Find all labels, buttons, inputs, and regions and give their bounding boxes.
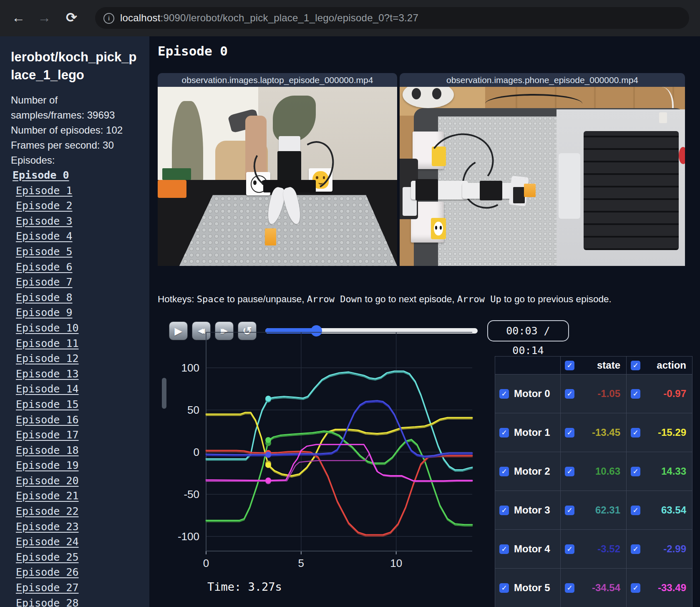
sidebar-episode-link[interactable]: Episode 25 — [13, 550, 138, 565]
state-value: 62.31 — [595, 504, 620, 516]
time-display: 00:03 / 00:14 — [487, 320, 569, 341]
chart-time-label: Time: 3.27s — [207, 580, 282, 593]
chart-shape — [206, 445, 472, 481]
page-title: Episode 0 — [158, 43, 228, 58]
motor-checkbox[interactable] — [499, 506, 509, 515]
motor-checkbox[interactable] — [499, 428, 509, 438]
sidebar-episode-link[interactable]: Episode 2 — [13, 198, 138, 214]
motor-checkbox[interactable] — [499, 544, 509, 554]
stat-fps: Frames per second: 30 — [11, 138, 133, 153]
sidebar-episode-link[interactable]: Episode 1 — [13, 183, 138, 199]
motor-table: state action Motor 0-1.05-0.97Motor 1-13… — [495, 356, 692, 607]
sidebar-episode-link[interactable]: Episode 4 — [13, 229, 138, 244]
chart-tick-label: -50 — [184, 488, 199, 501]
video-laptop[interactable] — [158, 87, 397, 266]
sidebar-episode-link[interactable]: Episode 16 — [13, 412, 138, 428]
panda-sticker — [431, 218, 446, 239]
sidebar-episode-link[interactable]: Episode 7 — [13, 275, 138, 290]
action-value: -0.97 — [663, 388, 686, 400]
chart-tick-label: 100 — [181, 362, 199, 374]
keyboard — [584, 131, 679, 250]
video-panel-laptop: observation.images.laptop_episode_000000… — [158, 73, 397, 266]
table-row: Motor 0-1.05-0.97 — [495, 374, 692, 413]
motor-label: Motor 1 — [514, 427, 550, 438]
sidebar-episode-link[interactable]: Episode 12 — [13, 351, 138, 367]
sidebar-episode-link[interactable]: Episode 24 — [13, 534, 138, 550]
sidebar-episode-link[interactable]: Episode 13 — [13, 367, 138, 382]
motor-label: Motor 5 — [514, 582, 550, 594]
motor-label: Motor 4 — [514, 543, 550, 555]
video-phone[interactable] — [400, 87, 685, 266]
sidebar-episode-link[interactable]: Episode 21 — [13, 488, 138, 504]
sidebar: lerobot/koch_pick_place_1_lego Number of… — [0, 36, 149, 607]
site-info-icon[interactable]: i — [103, 13, 114, 24]
state-value: -13.45 — [592, 427, 620, 438]
state-checkbox[interactable] — [565, 467, 574, 476]
chart-tick-label: 50 — [187, 404, 199, 416]
motor-checkbox[interactable] — [499, 583, 509, 593]
sidebar-episode-link[interactable]: Episode 19 — [13, 458, 138, 473]
sidebar-episode-link[interactable]: Episode 3 — [13, 214, 138, 229]
chart-tick-label: 10 — [390, 557, 402, 569]
state-checkbox[interactable] — [565, 506, 574, 515]
sidebar-episode-link[interactable]: Episode 8 — [13, 290, 138, 306]
action-checkbox[interactable] — [631, 428, 640, 438]
address-bar[interactable]: i localhost:9090/lerobot/koch_pick_place… — [95, 7, 689, 29]
sidebar-episode-link[interactable]: Episode 0 — [13, 168, 138, 183]
state-column-checkbox[interactable] — [565, 361, 574, 370]
sidebar-episode-link[interactable]: Episode 23 — [13, 519, 138, 535]
motor-chart-svg: Time: 3.27s 100500-50-1000510 — [158, 330, 479, 597]
reload-icon[interactable]: ⟳ — [66, 9, 77, 26]
action-checkbox[interactable] — [631, 583, 640, 593]
url-path: :9090/lerobot/koch_pick_place_1_lego/epi… — [161, 12, 418, 23]
state-checkbox[interactable] — [565, 544, 574, 554]
action-checkbox[interactable] — [631, 467, 640, 476]
table-row: Motor 4-3.52-2.99 — [495, 530, 692, 569]
chart-tick-label: 5 — [298, 557, 304, 569]
action-column-checkbox[interactable] — [631, 361, 640, 370]
sidebar-episode-link[interactable]: Episode 22 — [13, 504, 138, 519]
sidebar-episode-link[interactable]: Episode 6 — [13, 260, 138, 275]
sidebar-episode-link[interactable]: Episode 18 — [13, 443, 138, 458]
action-value: -2.99 — [663, 543, 686, 555]
sidebar-episode-link[interactable]: Episode 9 — [13, 305, 138, 321]
sidebar-episode-link[interactable]: Episode 11 — [13, 336, 138, 352]
url-text[interactable]: localhost:9090/lerobot/koch_pick_place_1… — [120, 12, 418, 24]
orange-object — [158, 180, 186, 198]
laptop — [556, 109, 685, 266]
forward-icon[interactable]: → — [38, 9, 51, 26]
dataset-stats: Number of samples/frames: 39693 Number o… — [11, 93, 133, 168]
motor-checkbox[interactable] — [499, 467, 509, 476]
chart-tick-label: 0 — [194, 446, 199, 458]
sidebar-episode-link[interactable]: Episode 27 — [13, 580, 138, 596]
circuit-board — [162, 168, 191, 180]
sidebar-episode-link[interactable]: Episode 5 — [13, 244, 138, 260]
usb-cable — [659, 112, 667, 123]
sidebar-episode-link[interactable]: Episode 10 — [13, 321, 138, 336]
page: ← → ⟳ i localhost:9090/lerobot/koch_pick… — [0, 0, 700, 607]
state-checkbox[interactable] — [565, 428, 574, 438]
sidebar-episode-link[interactable]: Episode 20 — [13, 473, 138, 489]
sidebar-episode-link[interactable]: Episode 14 — [13, 382, 138, 397]
action-value: -15.29 — [658, 427, 686, 438]
video-panel-phone: observation.images.phone_episode_000000.… — [400, 73, 685, 266]
back-icon[interactable]: ← — [12, 9, 25, 26]
orange-lego-brick — [265, 228, 276, 245]
action-checkbox[interactable] — [631, 506, 640, 515]
action-checkbox[interactable] — [631, 544, 640, 554]
motor-checkbox[interactable] — [499, 389, 509, 399]
state-value: 10.63 — [595, 465, 620, 477]
robot-servo — [415, 179, 438, 200]
video-caption: observation.images.laptop_episode_000000… — [158, 73, 397, 87]
url-host: localhost — [120, 12, 161, 23]
sidebar-episode-link[interactable]: Episode 26 — [13, 565, 138, 580]
action-checkbox[interactable] — [631, 389, 640, 399]
sidebar-episode-link[interactable]: Episode 28 — [13, 596, 138, 607]
browser-toolbar: ← → ⟳ i localhost:9090/lerobot/koch_pick… — [0, 0, 700, 36]
state-value: -34.54 — [592, 582, 620, 594]
state-checkbox[interactable] — [565, 389, 574, 399]
sidebar-episode-link[interactable]: Episode 17 — [13, 427, 138, 443]
chart-shape — [206, 452, 472, 536]
state-checkbox[interactable] — [565, 583, 574, 593]
sidebar-episode-link[interactable]: Episode 15 — [13, 397, 138, 412]
